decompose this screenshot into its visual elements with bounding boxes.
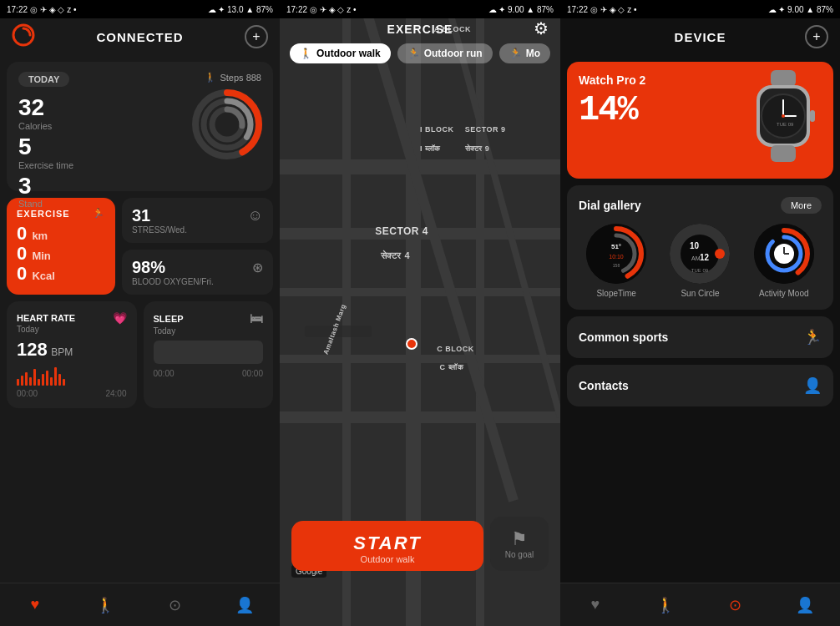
sleep-card[interactable]: SLEEP 🛏 Today 00:00 00:00: [144, 301, 274, 408]
status-bar-3: 17:22 ◎ ✈ ◈ ◇ z • ☁ ✦ 9.00 ▲ 87%: [560, 0, 840, 18]
right-metric-cards: 31 ☺ STRESS/Wed. 98% ⊛ BLOOD OXYGEN/Fri.: [122, 198, 273, 295]
stand-label: Stand: [18, 199, 261, 209]
dial-gallery-title: Dial gallery: [579, 199, 641, 212]
start-area: START Outdoor walk ⚑ No goal: [280, 517, 560, 583]
watch-image: TUE 09: [741, 70, 825, 165]
dial-gallery-card: Dial gallery More 51° 10:10 158: [567, 185, 833, 310]
svg-text:TUE 09: TUE 09: [691, 268, 709, 273]
heart-icon: 💗: [113, 311, 127, 325]
kcal-value: 0 Kcal: [17, 264, 105, 284]
svg-rect-27: [771, 145, 796, 162]
today-card: TODAY 🚶 Steps 888 32 Calories 5 Exercise…: [7, 62, 273, 191]
svg-text:51°: 51°: [611, 243, 621, 250]
svg-text:10:10: 10:10: [609, 254, 624, 260]
add-button-3[interactable]: +: [805, 25, 828, 48]
svg-text:TUE 09: TUE 09: [777, 122, 794, 127]
bottom-nav-1: ♥ 🚶 ⊙ 👤: [0, 583, 280, 626]
dial-header: Dial gallery More: [579, 197, 822, 214]
heart-title: HEART RATE 💗: [17, 311, 127, 325]
common-sports-card[interactable]: Common sports 🏃: [567, 316, 833, 358]
tab-more[interactable]: 🏃 Mo: [499, 43, 550, 63]
heart-rate-card[interactable]: HEART RATE 💗 Today 128 BPM: [7, 301, 137, 408]
exercise-title: EXERCISE 🏃: [17, 208, 105, 219]
watch-card[interactable]: Watch Pro 2 14%: [567, 62, 833, 179]
sports-icon: 🏃: [803, 328, 822, 346]
today-badge: TODAY: [18, 72, 69, 87]
heart-rate-graph: [17, 366, 127, 386]
heart-bpm-display: 128 BPM: [17, 339, 127, 361]
map-label-cblock-hindi: C ब्लॉक: [440, 363, 464, 372]
add-button-1[interactable]: +: [245, 25, 268, 48]
settings-icon[interactable]: ⚙: [534, 18, 549, 38]
map-label-sector9: SECTOR 9: [465, 125, 506, 134]
heart-sub: Today: [17, 325, 127, 334]
stand-value: 3: [18, 174, 261, 199]
page-title-1: CONNECTED: [96, 30, 183, 44]
sleep-title: SLEEP 🛏: [154, 311, 264, 326]
nav-watch-1[interactable]: ⊙: [159, 590, 190, 620]
km-value: 0 km: [17, 224, 105, 244]
exercise-tabs: 🚶 Outdoor walk 🏃 Outdoor run 🏃 Mo: [280, 43, 560, 63]
start-button[interactable]: START Outdoor walk: [291, 521, 483, 571]
steps-display: 🚶 Steps 888: [205, 72, 261, 83]
dial-label-mood: Activity Mood: [759, 289, 808, 298]
nav-watch-3[interactable]: ⊙: [720, 590, 750, 620]
min-value: 0 Min: [17, 244, 105, 264]
dial-face-mood: [754, 224, 814, 284]
dial-face-sun: 10 AM 12 TUE 09: [670, 224, 730, 284]
svg-text:158: 158: [613, 263, 620, 268]
dial-item-suncircle[interactable]: 10 AM 12 TUE 09 Sun Circle: [662, 224, 737, 298]
svg-point-40: [715, 249, 725, 259]
nav-steps-1[interactable]: 🚶: [90, 590, 120, 620]
map-label-cblock: C BLOCK: [437, 345, 474, 353]
map-label-sector9-hindi: सेक्टर 9: [465, 144, 490, 154]
tab-outdoor-walk[interactable]: 🚶 Outdoor walk: [290, 43, 391, 63]
map-label-sector4: SECTOR 4: [375, 225, 428, 237]
sleep-sub: Today: [154, 326, 264, 336]
panel-device: 17:22 ◎ ✈ ◈ ◇ z • ☁ ✦ 9.00 ▲ 87% DEVICE …: [560, 0, 840, 626]
dial-item-slopetime[interactable]: 51° 10:10 158 SlopeTime: [579, 224, 654, 298]
dial-label-sun: Sun Circle: [681, 289, 719, 298]
header-1: CONNECTED +: [0, 18, 280, 55]
heart-time-range: 00:00 24:00: [17, 389, 127, 398]
dial-face-slope: 51° 10:10 158: [586, 224, 646, 284]
status-bar-1: 17:22 ◎ ✈ ◈ ◇ z • ☁ ✦ 13.0 ▲ 87%: [0, 0, 280, 18]
contacts-card[interactable]: Contacts 👤: [567, 365, 833, 406]
common-sports-title: Common sports: [579, 331, 668, 344]
goal-button[interactable]: ⚑ No goal: [490, 517, 549, 571]
map-label-sector4-hindi: सेक्टर 4: [381, 250, 410, 261]
sleep-time-range: 00:00 00:00: [154, 369, 264, 378]
nav-profile-3[interactable]: 👤: [790, 590, 820, 620]
panel-1-content: TODAY 🚶 Steps 888 32 Calories 5 Exercise…: [0, 55, 280, 583]
exercise-title-2: EXERCISE: [387, 23, 453, 36]
more-button[interactable]: More: [781, 197, 822, 214]
status-bar-2: 17:22 ◎ ✈ ◈ ◇ z • ☁ ✦ 9.00 ▲ 87%: [280, 0, 560, 18]
activity-ring: [190, 87, 265, 162]
bottom-nav-3: ♥ 🚶 ⊙ 👤: [560, 583, 840, 626]
exercise-row: EXERCISE 🏃 0 km 0 Min 0 Kcal: [7, 198, 273, 295]
blood-label: BLOOD OXYGEN/Fri.: [132, 277, 263, 286]
svg-point-25: [782, 114, 785, 118]
app-logo: [12, 23, 35, 50]
tab-outdoor-run[interactable]: 🏃 Outdoor run: [397, 43, 493, 63]
map-label-iblock-hindi: I ब्लॉक: [420, 144, 441, 154]
nav-steps-3[interactable]: 🚶: [650, 590, 681, 620]
header-3: DEVICE +: [560, 18, 840, 55]
panel-exercise: 17:22 ◎ ✈ ◈ ◇ z • ☁ ✦ 9.00 ▲ 87% EXERCIS…: [280, 0, 560, 626]
nav-heart-1[interactable]: ♥: [20, 590, 50, 620]
nav-heart-3[interactable]: ♥: [580, 590, 610, 620]
dial-label-slope: SlopeTime: [596, 289, 635, 298]
svg-rect-26: [810, 110, 815, 122]
sleep-icon: 🛏: [250, 311, 263, 326]
exercise-card[interactable]: EXERCISE 🏃 0 km 0 Min 0 Kcal: [7, 198, 115, 295]
page-title-3: DEVICE: [675, 30, 726, 44]
status-time-1: 17:22 ◎ ✈ ◈ ◇ z •: [7, 5, 76, 14]
nav-profile-1[interactable]: 👤: [230, 590, 260, 620]
sleep-bar: [154, 341, 264, 364]
svg-text:10: 10: [690, 241, 700, 250]
map-label-iblock: I BLOCK: [420, 125, 454, 134]
dial-item-activitymood[interactable]: Activity Mood: [746, 224, 822, 298]
blood-oxygen-card[interactable]: 98% ⊛ BLOOD OXYGEN/Fri.: [122, 250, 273, 295]
panel-health: 17:22 ◎ ✈ ◈ ◇ z • ☁ ✦ 13.0 ▲ 87% CONNECT…: [0, 0, 280, 626]
stress-value: 31: [132, 206, 150, 225]
